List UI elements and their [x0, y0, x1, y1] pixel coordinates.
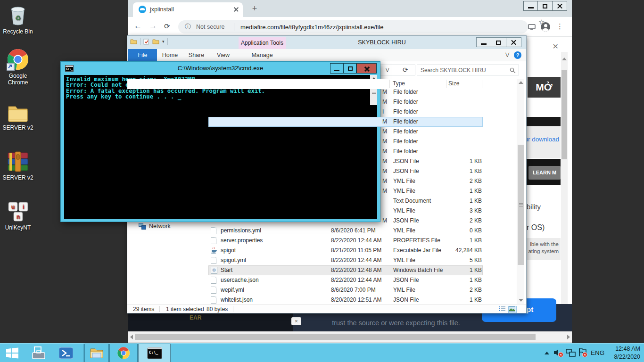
table-row[interactable]: permissions.yml8/6/2020 6:41 PMYML File0…: [208, 226, 483, 236]
new-folder-icon[interactable]: [152, 39, 159, 44]
table-row[interactable]: MJSON File1 KB: [208, 166, 483, 176]
send-to-device-icon[interactable]: [528, 24, 536, 32]
help-button[interactable]: ?: [514, 51, 521, 59]
table-row[interactable]: MFile folder: [208, 117, 483, 127]
file-date: 8/6/2020 6:41 PM: [331, 227, 376, 234]
menu-dots-icon[interactable]: ⋮: [556, 22, 563, 31]
start-button[interactable]: [0, 344, 25, 362]
table-row[interactable]: wepif.yml8/6/2020 7:00 PMYML File2 KB: [208, 285, 483, 295]
desktop-icon-label: SERVER v2: [2, 174, 33, 181]
table-row[interactable]: MFile folder: [208, 97, 483, 107]
learn-more-button[interactable]: LEARN M: [528, 166, 561, 180]
ribbon-collapse-icon[interactable]: ⋁: [505, 52, 509, 57]
address-dropdown-icon[interactable]: ⋁: [386, 67, 389, 72]
winrar-icon: [0, 149, 36, 173]
page-horizontal-scrollbar[interactable]: [128, 331, 572, 343]
language-indicator[interactable]: ENG: [591, 349, 604, 356]
new-tab-button[interactable]: +: [248, 2, 261, 15]
table-row[interactable]: MFile folder: [208, 137, 483, 147]
profile-avatar[interactable]: [541, 22, 550, 32]
table-row[interactable]: MFile folder: [208, 147, 483, 156]
powershell-button[interactable]: [54, 344, 78, 362]
table-row[interactable]: spigot8/21/2020 11:05 PMExecutable Jar F…: [208, 246, 483, 255]
desktop-icon-unikeynt[interactable]: u i n UniKeyNT: [0, 199, 36, 231]
file-date: 8/22/2020 12:44 AM: [331, 237, 381, 244]
desktop-icon-server-rar[interactable]: SERVER v2: [0, 149, 36, 181]
page-vertical-scrollbar[interactable]: [561, 52, 568, 331]
table-row[interactable]: whitelist.json8/20/2020 12:51 AMJSON Fil…: [208, 295, 483, 304]
back-icon[interactable]: ←: [134, 21, 142, 31]
file-size: 5 KB: [416, 257, 482, 263]
qat-dropdown-icon[interactable]: ▾: [162, 39, 165, 44]
console-cursor: _: [178, 93, 181, 100]
table-row[interactable]: ⚙Start8/22/2020 12:48 AMWindows Batch Fi…: [208, 265, 483, 275]
tab-view[interactable]: View: [212, 49, 235, 61]
table-row[interactable]: IFile folder: [208, 107, 483, 117]
cmd-taskbar-button[interactable]: C:\_: [138, 344, 171, 362]
properties-icon[interactable]: [143, 39, 149, 45]
volume-muted-icon[interactable]: ×: [553, 348, 563, 358]
ad-close-icon[interactable]: ×: [291, 317, 301, 325]
page-modal-close-icon[interactable]: ×: [553, 41, 558, 52]
details-view-button[interactable]: [499, 306, 507, 313]
close-button[interactable]: [506, 37, 521, 47]
file-date: 8/22/2020 12:48 AM: [331, 267, 381, 273]
file-explorer-taskbar-button[interactable]: [84, 344, 109, 362]
taskbar-clock[interactable]: 12:48 AM 8/22/2020: [607, 345, 640, 361]
tab-close-icon[interactable]: [233, 7, 239, 12]
tray-expand-icon[interactable]: [545, 352, 549, 354]
thumbnail-view-button[interactable]: [508, 306, 517, 313]
file-type: YML File: [393, 287, 415, 293]
table-row[interactable]: usercache.json8/22/2020 12:44 AMJSON Fil…: [208, 275, 483, 285]
column-header-type[interactable]: Type: [393, 80, 405, 87]
action-center-flag-icon[interactable]: ×: [578, 348, 586, 358]
table-row[interactable]: MJSON File1 KB: [208, 156, 483, 166]
table-row[interactable]: MYML File1 KB: [208, 186, 483, 196]
column-header-size[interactable]: Size: [448, 80, 459, 87]
tab-home[interactable]: Home: [159, 49, 181, 61]
table-row[interactable]: spigot.yml8/22/2020 12:44 AMYML File5 KB: [208, 255, 483, 265]
table-row[interactable]: MFile folder: [208, 127, 483, 137]
context-ribbon-tab[interactable]: Application Tools: [239, 37, 286, 49]
tab-manage[interactable]: Manage: [239, 49, 286, 61]
maximize-button[interactable]: [491, 37, 506, 47]
folder-small-icon[interactable]: [130, 39, 137, 44]
explorer-title-bar[interactable]: ▾ Application Tools SKYBLOCK HIRU: [127, 36, 526, 49]
info-icon[interactable]: ⓘ: [185, 23, 191, 31]
network-status-icon[interactable]: [566, 349, 576, 358]
close-button[interactable]: [356, 63, 377, 74]
close-button[interactable]: [553, 1, 567, 11]
cmd-title-bar[interactable]: C:\Windows\system32\cmd.exe: [61, 62, 380, 75]
server-manager-button[interactable]: [26, 344, 51, 362]
tab-share[interactable]: Share: [184, 49, 208, 61]
reload-icon[interactable]: ⟳: [164, 22, 170, 31]
maximize-button[interactable]: [538, 1, 553, 11]
search-icon[interactable]: [510, 67, 516, 74]
explorer-search-box[interactable]: Search SKYBLOCK HIRU: [417, 65, 519, 75]
table-row[interactable]: MYML File2 KB: [208, 176, 483, 186]
open-button[interactable]: MỞ: [528, 77, 561, 98]
forward-icon[interactable]: →: [149, 21, 157, 31]
explorer-vertical-scrollbar[interactable]: [517, 79, 524, 304]
address-bar[interactable]: ⓘ Not secure mediafire.com/file/t8yfygdl…: [178, 20, 528, 33]
table-row[interactable]: MJSON File2 KB: [208, 216, 483, 226]
desktop-icon-server-folder[interactable]: SERVER v2: [0, 99, 36, 131]
table-row[interactable]: Text Document1 KB: [208, 196, 483, 206]
maximize-button[interactable]: [343, 63, 356, 74]
desktop-icon-google-chrome[interactable]: Google Chrome: [0, 47, 36, 86]
minimize-button[interactable]: [523, 1, 538, 11]
desktop-icon-recycle-bin[interactable]: ♻ Recycle Bin: [0, 3, 36, 35]
address-bar-end[interactable]: ⋁ ⟳: [380, 65, 415, 75]
chrome-icon: [117, 346, 130, 360]
table-row[interactable]: server.properties8/22/2020 12:44 AMPROPE…: [208, 236, 483, 246]
tab-file[interactable]: File: [128, 49, 157, 61]
file-date: 8/20/2020 12:51 AM: [331, 296, 381, 303]
sidebar-item-network[interactable]: Network: [139, 223, 171, 230]
browser-tab[interactable]: jxpiinstall: [133, 2, 243, 17]
refresh-icon[interactable]: ⟳: [403, 66, 408, 74]
minimize-button[interactable]: [330, 63, 343, 74]
file-size: 1 KB: [416, 158, 482, 165]
minimize-button[interactable]: [476, 37, 491, 47]
chrome-taskbar-button[interactable]: [109, 344, 138, 362]
table-row[interactable]: YML File3 KB: [208, 206, 483, 216]
